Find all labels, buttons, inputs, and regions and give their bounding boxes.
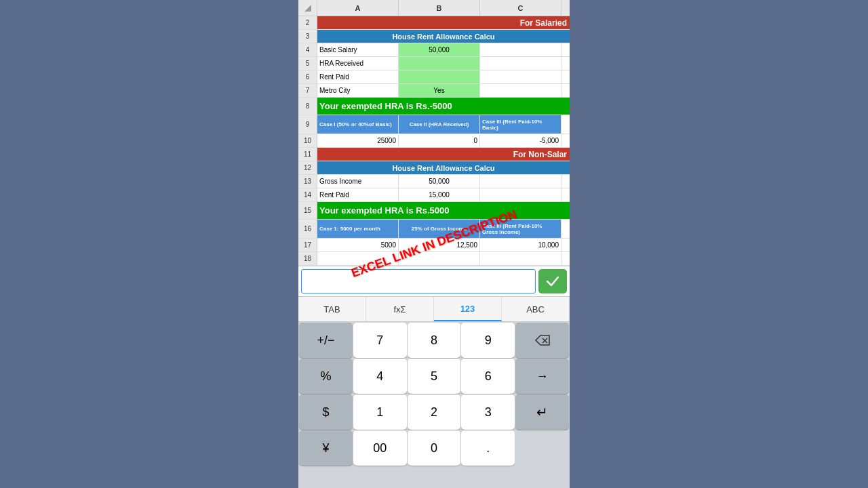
row-num-11: 11 <box>298 148 317 161</box>
row-num-8: 8 <box>298 98 317 115</box>
left-panel <box>0 0 298 488</box>
key-0[interactable]: 0 <box>408 430 461 466</box>
key-yen[interactable]: ¥ <box>299 430 353 466</box>
row-num-16: 16 <box>298 220 317 238</box>
row-17: 17 5000 12,500 10,000 <box>298 239 570 252</box>
row5-value <box>399 57 480 70</box>
row-10: 10 25000 0 -5,000 <box>298 134 570 148</box>
row-num-15: 15 <box>298 202 317 219</box>
num-button[interactable]: 123 <box>434 297 502 321</box>
row16-case3: Case III (Rent Paid-10% Gross Income) <box>480 220 561 238</box>
row10-val2: 0 <box>399 134 480 147</box>
spreadsheet-panel: A B C 2 For Salaried 3 House Rent Allowa… <box>298 0 570 488</box>
row6-label: Rent Paid <box>317 70 399 83</box>
svg-marker-0 <box>304 5 311 12</box>
kb-row-2: % 4 5 6 → <box>298 358 570 394</box>
row-num-4: 4 <box>298 43 317 56</box>
row2-header: For Salaried <box>317 16 570 29</box>
row-14: 14 Rent Paid 15,000 <box>298 188 570 202</box>
row17-val1: 5000 <box>317 239 399 251</box>
row-11: 11 For Non-Salar <box>298 148 570 161</box>
row-6: 6 Rent Paid <box>298 70 570 84</box>
row17-val2: 12,500 <box>399 239 480 251</box>
kb-row-3: $ 1 2 3 ↵ <box>298 394 570 430</box>
row9-case3: Case III (Rent Paid-10% Basic) <box>480 115 561 134</box>
row13-c <box>480 175 561 188</box>
row-2: 2 For Salaried <box>298 16 570 30</box>
row-18: 18 <box>298 252 570 266</box>
row17-val3: 10,000 <box>480 239 561 251</box>
row-4: 4 Basic Salary 50,000 <box>298 43 570 57</box>
row13-value: 50,000 <box>399 175 480 188</box>
row-num-9: 9 <box>298 115 317 134</box>
key-8[interactable]: 8 <box>408 323 461 358</box>
key-7[interactable]: 7 <box>353 323 407 358</box>
row14-value: 15,000 <box>399 188 480 201</box>
key-4[interactable]: 4 <box>353 359 407 394</box>
key-backspace[interactable] <box>515 323 569 358</box>
abc-button[interactable]: ABC <box>502 297 570 321</box>
row14-label: Rent Paid <box>317 188 399 201</box>
key-enter[interactable]: ↵ <box>515 394 569 430</box>
key-3[interactable]: 3 <box>461 394 515 430</box>
corner-cell <box>298 0 317 16</box>
key-dot[interactable]: . <box>461 430 515 466</box>
row12-header: House Rent Allowance Calcu <box>317 161 570 174</box>
key-2[interactable]: 2 <box>408 394 461 430</box>
row-num-14: 14 <box>298 188 317 201</box>
row18-b <box>399 252 480 265</box>
key-plus-minus[interactable]: +/− <box>299 323 353 358</box>
row7-label: Metro City <box>317 84 399 97</box>
row-8: 8 Your exempted HRA is Rs.-5000 <box>298 98 570 115</box>
row7-c <box>480 84 561 97</box>
tab-button[interactable]: TAB <box>298 297 366 321</box>
row18-a <box>317 252 399 265</box>
key-00[interactable]: 00 <box>353 430 407 466</box>
row6-c <box>480 70 561 83</box>
row-num-5: 5 <box>298 57 317 70</box>
row13-label: Gross Income <box>317 175 399 188</box>
row11-header: For Non-Salar <box>317 148 570 161</box>
row9-case1: Case I (50% or 40%of Basic) <box>317 115 399 134</box>
input-bar <box>298 266 570 296</box>
col-header-c: C <box>480 0 561 16</box>
key-5[interactable]: 5 <box>408 359 461 394</box>
key-percent[interactable]: % <box>299 359 353 394</box>
row5-c <box>480 57 561 70</box>
formula-input[interactable] <box>301 269 536 293</box>
row16-case1: Case 1: 5000 per month <box>317 220 399 238</box>
row6-value <box>399 70 480 83</box>
right-panel <box>570 0 868 488</box>
key-dollar[interactable]: $ <box>299 394 353 430</box>
row-num-17: 17 <box>298 239 317 251</box>
row4-c <box>480 43 561 56</box>
key-6[interactable]: 6 <box>461 359 515 394</box>
row10-val1: 25000 <box>317 134 399 147</box>
fx-button[interactable]: fxΣ <box>366 297 434 321</box>
key-arrow[interactable]: → <box>515 359 569 394</box>
row-15: 15 Your exempted HRA is Rs.5000 <box>298 202 570 220</box>
row-num-18: 18 <box>298 252 317 265</box>
key-9[interactable]: 9 <box>461 323 515 358</box>
row16-case2: 25% of Gross Income <box>399 220 480 238</box>
row-7: 7 Metro City Yes <box>298 84 570 98</box>
row18-c <box>480 252 561 265</box>
row-num-13: 13 <box>298 175 317 188</box>
row-9: 9 Case I (50% or 40%of Basic) Case II (H… <box>298 115 570 134</box>
row9-case2: Case II (HRA Received) <box>399 115 480 134</box>
row10-val3: -5,000 <box>480 134 561 147</box>
row-num-6: 6 <box>298 70 317 83</box>
confirm-button[interactable] <box>538 269 567 293</box>
row3-header: House Rent Allowance Calcu <box>317 30 570 43</box>
key-1[interactable]: 1 <box>353 394 407 430</box>
row8-result: Your exempted HRA is Rs.-5000 <box>317 98 570 115</box>
row4-label: Basic Salary <box>317 43 399 56</box>
row-num-3: 3 <box>298 30 317 43</box>
formula-toolbar: TAB fxΣ 123 ABC <box>298 296 570 322</box>
row7-value: Yes <box>399 84 480 97</box>
row-num-7: 7 <box>298 84 317 97</box>
row4-value: 50,000 <box>399 43 480 56</box>
column-headers: A B C <box>298 0 570 16</box>
row-3: 3 House Rent Allowance Calcu <box>298 30 570 43</box>
kb-row-1: +/− 7 8 9 <box>298 322 570 358</box>
